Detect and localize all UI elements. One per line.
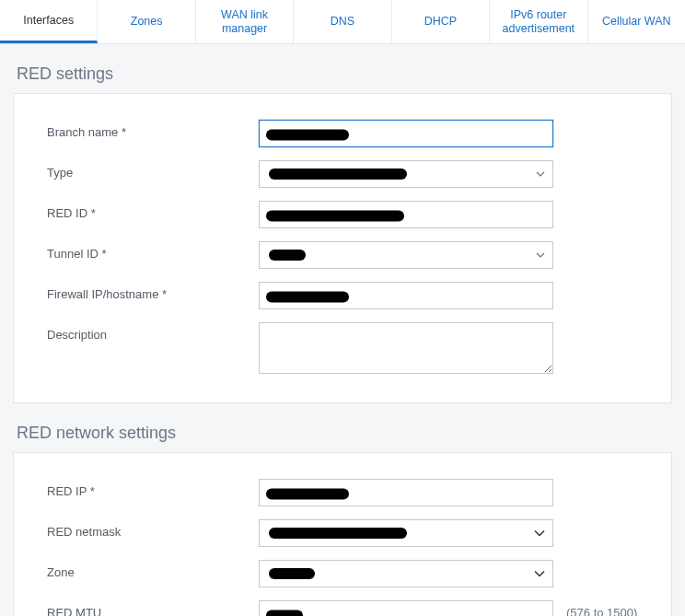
red-netmask-select[interactable] [259, 519, 553, 547]
redacted-value [269, 568, 315, 579]
row-red-mtu: RED MTU (576 to 1500) [47, 600, 638, 616]
row-branch-name: Branch name * [47, 120, 638, 147]
redacted-value [266, 129, 349, 140]
row-firewall-ip-hostname: Firewall IP/hostname * [47, 282, 638, 309]
zone-select[interactable] [259, 560, 553, 587]
label-firewall-ip-hostname: Firewall IP/hostname * [47, 282, 259, 301]
label-type: Type [47, 160, 259, 180]
panel-red-network-settings: RED IP * RED netmask Zone [13, 452, 672, 616]
panel-red-settings: Branch name * Type RED ID * [13, 93, 672, 403]
chevron-down-icon [536, 171, 545, 177]
redacted-value [269, 169, 407, 180]
section-title-red-network-settings: RED network settings [17, 424, 672, 443]
tab-interfaces[interactable]: Interfaces [0, 0, 98, 43]
label-red-netmask: RED netmask [47, 519, 259, 539]
label-red-mtu: RED MTU [47, 600, 259, 616]
row-tunnel-id: Tunnel ID * [47, 241, 638, 269]
row-type: Type [47, 160, 638, 188]
page-body: RED settings Branch name * Type [0, 44, 685, 616]
label-zone: Zone [47, 560, 259, 579]
type-select[interactable] [259, 160, 553, 188]
tab-dns[interactable]: DNS [294, 0, 391, 43]
tunnel-id-select[interactable] [259, 241, 553, 269]
label-description: Description [47, 322, 259, 342]
row-red-netmask: RED netmask [47, 519, 638, 547]
chevron-down-icon [536, 252, 545, 258]
label-tunnel-id: Tunnel ID * [47, 241, 259, 261]
red-mtu-input[interactable] [259, 600, 553, 616]
tab-wan-link-manager[interactable]: WAN link manager [196, 0, 294, 43]
tab-zones[interactable]: Zones [98, 0, 195, 43]
label-red-ip: RED IP * [47, 479, 259, 498]
red-mtu-hint: (576 to 1500) [553, 600, 637, 616]
tab-ipv6-router-advertisement[interactable]: IPv6 router advertisement [490, 0, 587, 43]
tab-dhcp[interactable]: DHCP [392, 0, 490, 43]
redacted-value [266, 488, 349, 499]
row-description: Description [47, 322, 638, 377]
row-red-id: RED ID * [47, 201, 638, 228]
redacted-value [269, 250, 306, 261]
tabs-bar: Interfaces Zones WAN link manager DNS DH… [0, 0, 685, 44]
section-title-red-settings: RED settings [17, 64, 672, 84]
redacted-value [266, 210, 404, 221]
row-red-ip: RED IP * [47, 479, 638, 506]
redacted-value [266, 610, 303, 616]
tab-cellular-wan[interactable]: Cellular WAN [588, 0, 685, 43]
redacted-value [266, 291, 349, 302]
label-red-id: RED ID * [47, 201, 259, 220]
row-zone: Zone [47, 560, 638, 587]
chevron-down-icon [534, 571, 545, 577]
label-branch-name: Branch name * [47, 120, 259, 139]
chevron-down-icon [534, 530, 545, 537]
description-textarea[interactable] [259, 322, 553, 374]
redacted-value [269, 528, 407, 539]
